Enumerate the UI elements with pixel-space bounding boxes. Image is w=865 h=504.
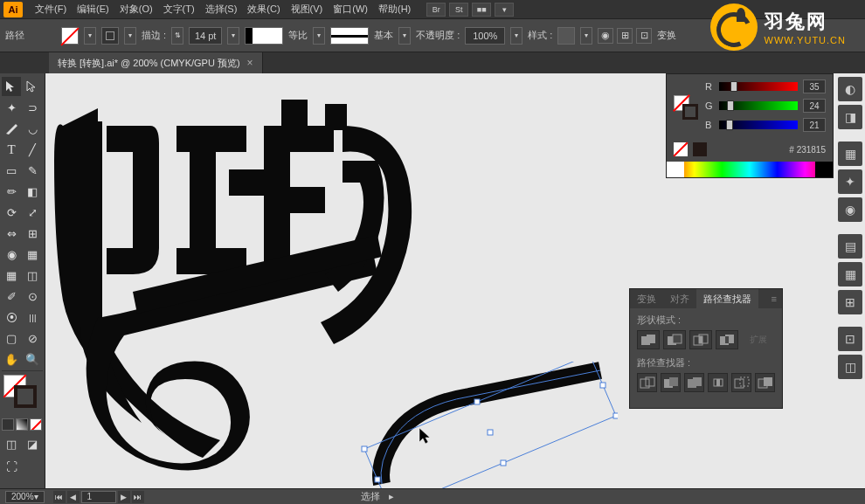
transform-label[interactable]: 变换: [657, 29, 676, 42]
menu-help[interactable]: 帮助(H): [373, 1, 416, 17]
fill-dropdown[interactable]: ▾: [84, 27, 96, 45]
menu-type[interactable]: 文字(T): [158, 1, 200, 17]
stroke-width-input[interactable]: 14 pt: [189, 27, 222, 45]
color-mode-none[interactable]: [30, 418, 42, 431]
menu-object[interactable]: 对象(O): [114, 1, 158, 17]
exclude-button[interactable]: [716, 330, 738, 349]
symbol-sprayer-tool[interactable]: ⦿: [2, 307, 21, 327]
merge-button[interactable]: [684, 373, 704, 392]
first-artboard[interactable]: ⏮: [53, 491, 66, 503]
align-icon[interactable]: ⊞: [617, 28, 633, 44]
expand-button[interactable]: 扩展: [742, 334, 775, 346]
dock-color[interactable]: ◐: [838, 77, 862, 101]
artboard-tool[interactable]: ▢: [2, 328, 21, 348]
mesh-tool[interactable]: ▦: [2, 266, 21, 285]
eyedropper-tool[interactable]: ✐: [2, 287, 21, 306]
recolor-icon[interactable]: ◉: [598, 28, 613, 44]
screen-mode[interactable]: ⛶: [2, 457, 21, 476]
g-value[interactable]: 24: [803, 99, 826, 113]
g-slider[interactable]: [719, 101, 798, 110]
shape-icon[interactable]: ⊡: [636, 28, 652, 44]
minus-back-button[interactable]: [755, 373, 775, 392]
stroke-swatch[interactable]: [101, 27, 119, 45]
menu-view[interactable]: 视图(V): [286, 1, 329, 17]
divide-button[interactable]: [637, 373, 657, 392]
dock-transparency[interactable]: ⊞: [838, 290, 862, 314]
bridge-button[interactable]: Br: [426, 3, 446, 17]
width-tool[interactable]: ⇔: [2, 224, 21, 243]
stroke-indicator[interactable]: [14, 385, 37, 408]
pen-tool[interactable]: [2, 119, 21, 138]
r-value[interactable]: 35: [803, 79, 826, 93]
fill-swatch[interactable]: [61, 27, 79, 45]
draw-behind[interactable]: ◪: [23, 434, 42, 453]
free-transform-tool[interactable]: ⊞: [23, 224, 42, 243]
text-tool[interactable]: T: [2, 140, 21, 159]
shape-builder-tool[interactable]: ◉: [2, 245, 21, 264]
brush-preview[interactable]: [330, 27, 369, 45]
dock-brushes[interactable]: ✦: [838, 169, 862, 194]
color-mode-gradient[interactable]: [16, 418, 28, 431]
document-tab[interactable]: 转换 [转换].ai* @ 200% (CMYK/GPU 预览) ×: [49, 52, 263, 73]
blend-tool[interactable]: ⊙: [23, 287, 42, 306]
dock-appearance[interactable]: ⊡: [838, 327, 862, 351]
workspace-dropdown[interactable]: ▾: [495, 3, 514, 17]
rectangle-tool[interactable]: ▭: [2, 161, 21, 180]
tab-close-button[interactable]: ×: [247, 57, 253, 69]
stroke-stepper[interactable]: ⇅: [171, 27, 183, 45]
gradient-tool[interactable]: ◫: [23, 266, 42, 285]
stock-button[interactable]: St: [449, 3, 468, 17]
dock-stroke[interactable]: ▤: [838, 234, 862, 259]
lasso-tool[interactable]: ⊃: [23, 98, 42, 117]
menu-file[interactable]: 文件(F): [30, 1, 72, 17]
stroke-dropdown[interactable]: ▾: [124, 27, 136, 45]
current-color-swatch[interactable]: [693, 142, 707, 156]
style-dropdown[interactable]: ▾: [580, 27, 592, 45]
artboard-number[interactable]: 1: [81, 491, 116, 503]
perspective-tool[interactable]: ▦: [23, 245, 42, 264]
opacity-input[interactable]: 100%: [465, 27, 505, 45]
color-spectrum[interactable]: [667, 162, 833, 177]
selected-object[interactable]: [356, 362, 618, 488]
rotate-tool[interactable]: ⟳: [2, 203, 21, 222]
app-logo[interactable]: Ai: [3, 2, 23, 17]
next-artboard[interactable]: ▶: [118, 491, 130, 503]
crop-button[interactable]: [708, 373, 728, 392]
dock-gradient[interactable]: ▦: [838, 262, 862, 287]
tab-align[interactable]: 对齐: [663, 289, 696, 308]
eraser-tool[interactable]: ◧: [23, 182, 42, 201]
brush-dropdown[interactable]: ▾: [398, 27, 411, 45]
dock-swatches[interactable]: ▦: [838, 142, 862, 166]
color-mode-solid[interactable]: [2, 418, 14, 431]
menu-edit[interactable]: 编辑(E): [72, 1, 114, 17]
r-slider[interactable]: [719, 82, 798, 91]
stroke-profile-preview[interactable]: [245, 27, 283, 45]
profile-dropdown[interactable]: ▾: [313, 27, 325, 45]
curvature-tool[interactable]: ◡: [23, 119, 42, 138]
prev-artboard[interactable]: ◀: [67, 491, 80, 503]
stroke-width-dropdown[interactable]: ▾: [227, 27, 239, 45]
brush-tool[interactable]: ✎: [23, 161, 42, 180]
magic-wand-tool[interactable]: ✦: [2, 98, 21, 117]
fill-stroke-indicator[interactable]: [2, 375, 40, 413]
trim-button[interactable]: [661, 373, 681, 392]
panel-menu[interactable]: ≡: [766, 293, 782, 304]
b-value[interactable]: 21: [803, 118, 826, 132]
menu-window[interactable]: 窗口(W): [328, 1, 373, 17]
shaper-tool[interactable]: ✏: [2, 182, 21, 201]
hex-value[interactable]: # 231815: [789, 145, 826, 155]
scale-tool[interactable]: ⤢: [23, 203, 42, 222]
minus-front-button[interactable]: [663, 330, 686, 349]
selection-tool[interactable]: [2, 77, 21, 96]
dock-color-guide[interactable]: ◨: [838, 105, 862, 129]
last-artboard[interactable]: ⏭: [132, 491, 144, 503]
arrange-button[interactable]: ■■: [472, 3, 491, 17]
dock-symbols[interactable]: ◉: [838, 197, 862, 222]
menu-select[interactable]: 选择(S): [200, 1, 243, 17]
intersect-button[interactable]: [689, 330, 712, 349]
zoom-tool[interactable]: 🔍: [23, 349, 42, 369]
zoom-field[interactable]: 200% ▾: [5, 491, 45, 503]
outline-button[interactable]: [731, 373, 751, 392]
b-slider[interactable]: [719, 121, 798, 129]
unite-button[interactable]: [637, 330, 660, 349]
